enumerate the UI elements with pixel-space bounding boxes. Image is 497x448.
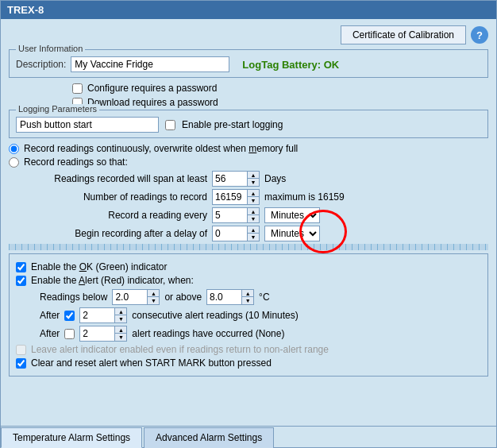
delay-down-btn[interactable]: ▼ — [248, 234, 259, 241]
configure-password-label: Configure requires a password — [87, 83, 217, 94]
window-title: TREX-8 — [7, 4, 44, 16]
readings-below-label: Readings below — [40, 292, 107, 303]
clear-reset-label: Clear and reset alert when START MARK bu… — [31, 357, 272, 369]
span-down-btn[interactable]: ▼ — [248, 179, 259, 186]
configure-password-row: Configure requires a password — [72, 83, 488, 94]
above-up-btn[interactable]: ▲ — [242, 290, 253, 297]
leave-alert-label: Leave alert indicator enabled even if re… — [31, 344, 329, 355]
num-readings-row: Number of readings to record 16159 ▲ ▼ m… — [33, 189, 488, 205]
after2-up-btn[interactable]: ▲ — [115, 326, 126, 334]
user-info-label: User Information — [16, 44, 85, 53]
delay-up-btn[interactable]: ▲ — [248, 226, 259, 234]
record-every-up-btn[interactable]: ▲ — [248, 208, 259, 215]
after2-label: alert readings have occurred (None) — [132, 328, 284, 339]
start-mode-wrapper: Push button start — [16, 117, 159, 133]
delay-value: 0 — [213, 227, 247, 240]
after2-spin-btns: ▲ ▼ — [114, 326, 126, 341]
after1-static: After — [40, 310, 60, 321]
recording-group: Record readings continuously, overwrite … — [9, 143, 488, 168]
so-that-label: Record readings so that: — [24, 156, 128, 168]
below-down-btn[interactable]: ▼ — [148, 297, 159, 304]
span-unit: Days — [264, 173, 286, 184]
top-bar: Certificate of Calibration ? — [9, 25, 488, 44]
num-readings-spin: 16159 ▲ ▼ — [212, 189, 260, 205]
cert-button[interactable]: Certificate of Calibration — [341, 25, 466, 44]
pre-start-checkbox[interactable] — [165, 120, 175, 130]
num-readings-value: 16159 — [213, 191, 247, 203]
span-row: Readings recorded will span at least 56 … — [33, 171, 488, 187]
below-spin: 2.0 ▲ ▼ — [112, 289, 160, 305]
so-that-radio-row: Record readings so that: — [9, 156, 488, 168]
after2-row: After 2 ▲ ▼ alert readings have occurred… — [40, 326, 481, 342]
user-info-group: User Information Description: LogTag Bat… — [9, 49, 488, 78]
alert-indicator-row: Enable the Alert (Red) indicator, when: — [16, 275, 481, 286]
leave-alert-checkbox — [16, 345, 26, 355]
ok-indicator-row: Enable the OK (Green) indicator — [16, 261, 481, 272]
logging-params-label: Logging Parameters — [16, 104, 99, 114]
after1-spin-btns: ▲ ▼ — [114, 308, 126, 322]
record-every-row: Record a reading every 5 ▲ ▼ Minutes — [33, 207, 488, 223]
record-every-label: Record a reading every — [33, 210, 207, 221]
after2-static: After — [40, 328, 60, 339]
alert-indicator-label: Enable the Alert (Red) indicator, when: — [31, 275, 194, 286]
user-info-row: Description: LogTag Battery: OK — [16, 56, 481, 72]
help-button[interactable]: ? — [471, 26, 488, 44]
after2-checkbox[interactable] — [64, 329, 75, 339]
content-area: Certificate of Calibration ? User Inform… — [1, 19, 496, 388]
tab-advanced-alarm[interactable]: Advanced Alarm Settings — [144, 427, 274, 448]
alert-indicator-checkbox[interactable] — [16, 276, 26, 286]
above-spin-btns: ▲ ▼ — [241, 290, 253, 304]
num-readings-down-btn[interactable]: ▼ — [248, 197, 259, 204]
continuous-label: Record readings continuously, overwrite … — [24, 143, 298, 154]
description-input[interactable] — [71, 56, 229, 72]
after1-checkbox[interactable] — [64, 311, 75, 321]
after1-down-btn[interactable]: ▼ — [115, 315, 126, 322]
above-spin: 8.0 ▲ ▼ — [206, 289, 254, 305]
after1-spin: 2 ▲ ▼ — [79, 307, 127, 323]
battery-status: LogTag Battery: OK — [242, 59, 339, 71]
ok-indicator-label: Enable the OK (Green) indicator — [31, 261, 167, 272]
main-window: TREX-8 Certificate of Calibration ? User… — [0, 0, 497, 448]
after2-down-btn[interactable]: ▼ — [115, 334, 126, 341]
after2-spin: 2 ▲ ▼ — [79, 326, 127, 342]
span-spin: 56 ▲ ▼ — [212, 171, 260, 187]
tab-temp-alarm[interactable]: Temperature Alarm Settings — [1, 427, 142, 448]
configure-password-checkbox[interactable] — [72, 83, 83, 94]
delay-unit-dropdown[interactable]: Minutes — [264, 226, 320, 241]
max-label: maximum is 16159 — [264, 191, 345, 203]
span-label: Readings recorded will span at least — [33, 173, 207, 184]
alert-section: Enable the OK (Green) indicator Enable t… — [9, 253, 488, 377]
leave-alert-row: Leave alert indicator enabled even if re… — [16, 344, 481, 355]
delay-row: Begin recording after a delay of 0 ▲ ▼ M… — [33, 226, 488, 241]
or-above-label: or above — [164, 292, 202, 303]
after1-up-btn[interactable]: ▲ — [115, 308, 126, 315]
download-password-label: Download requires a password — [87, 97, 218, 108]
record-every-unit-dropdown[interactable]: Minutes — [264, 207, 320, 223]
span-up-btn[interactable]: ▲ — [248, 172, 259, 179]
desc-label: Description: — [16, 59, 66, 70]
num-readings-up-btn[interactable]: ▲ — [248, 190, 259, 197]
below-value: 2.0 — [113, 291, 147, 303]
clear-reset-checkbox[interactable] — [16, 358, 26, 369]
temp-unit: °C — [259, 292, 269, 303]
span-spin-btns: ▲ ▼ — [247, 172, 259, 186]
below-up-btn[interactable]: ▲ — [148, 290, 159, 297]
record-every-value: 5 — [213, 209, 247, 222]
logging-params-group: Logging Parameters Push button start Ena… — [9, 110, 488, 138]
so-that-radio[interactable] — [9, 157, 19, 168]
record-every-down-btn[interactable]: ▼ — [248, 215, 259, 222]
above-down-btn[interactable]: ▼ — [242, 297, 253, 304]
delay-spin-btns: ▲ ▼ — [247, 226, 259, 241]
pre-start-label: Enable pre-start logging — [182, 119, 283, 130]
tabs-row: Temperature Alarm Settings Advanced Alar… — [1, 426, 496, 447]
ok-indicator-checkbox[interactable] — [16, 262, 26, 272]
after1-row: After 2 ▲ ▼ consecutive alert readings (… — [40, 307, 481, 323]
start-mode-dropdown[interactable]: Push button start — [16, 117, 159, 133]
continuous-radio-row: Record readings continuously, overwrite … — [9, 143, 488, 154]
record-every-spin: 5 ▲ ▼ — [212, 207, 260, 223]
title-bar: TREX-8 — [1, 1, 496, 19]
delay-label: Begin recording after a delay of — [33, 228, 207, 239]
clear-reset-row: Clear and reset alert when START MARK bu… — [16, 357, 481, 369]
after1-value: 2 — [80, 309, 114, 322]
continuous-radio[interactable] — [9, 144, 19, 154]
